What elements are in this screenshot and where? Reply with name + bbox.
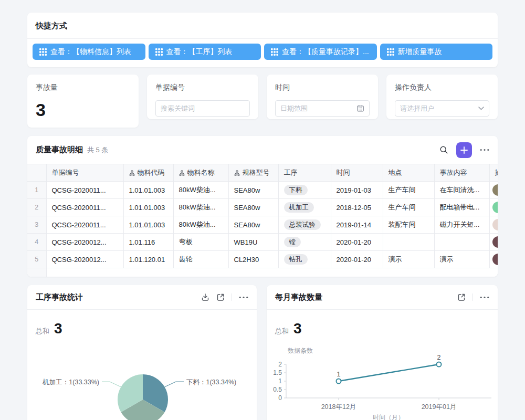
search-button[interactable]: [439, 145, 448, 154]
col-process: 工序: [278, 164, 331, 182]
quality-accident-detail-card: 质量事故明细 共 5 条 单据编号 物料代码 物料名称 规格型号: [27, 136, 498, 277]
pie-label-jijiagong: 机加工：1(33.33%): [42, 379, 99, 386]
record-count: 共 5 条: [87, 145, 108, 155]
divider: [472, 293, 473, 301]
process-tag: 镗: [284, 237, 301, 247]
operator-select-placeholder: 请选择用户: [400, 104, 475, 113]
line-chart[interactable]: 数据条数 2 1.5 1 0.5 0 1 2 2018年12月 2019年01月…: [267, 332, 498, 420]
process-tag: 下料: [284, 185, 308, 195]
x-tick-jan2019: 2019年01月: [422, 403, 457, 411]
col-material-code: 物料代码: [123, 164, 173, 182]
col-doc-no: 单据编号: [46, 164, 123, 182]
avatar: [492, 202, 498, 213]
more-button[interactable]: [480, 149, 489, 151]
plus-icon: [460, 146, 468, 154]
pie-sum-row: 总和 3: [27, 310, 257, 337]
table-card-header: 质量事故明细 共 5 条: [27, 136, 498, 164]
avatar: [492, 254, 498, 265]
col-row-number: [27, 164, 46, 182]
dashboard: { "shortcuts": { "title": "快捷方式", "butto…: [0, 0, 525, 420]
table-header-row: 单据编号 物料代码 物料名称 规格型号 工序 时间 地点 事故内容 操作负责人: [27, 164, 498, 182]
avatar: [492, 219, 498, 230]
relation-icon: [129, 170, 135, 176]
view-process-list-button[interactable]: 查看：【工序】列表: [149, 44, 261, 60]
table-row[interactable]: 3 QCSG-2020011... 1.01.01.003 80kW柴油... …: [27, 216, 498, 234]
relation-icon: [179, 170, 185, 176]
more-button[interactable]: [239, 296, 248, 299]
shortcuts-button-row: 查看：【物料信息】列表 查看：【工序】列表 查看：【质量事故记录】... 新增质…: [27, 39, 498, 65]
table-scroll-area[interactable]: 单据编号 物料代码 物料名称 规格型号 工序 时间 地点 事故内容 操作负责人 …: [27, 164, 498, 277]
sum-label: 总和: [275, 327, 289, 336]
table-title: 质量事故明细: [36, 145, 83, 155]
process-tag: 钻孔: [284, 254, 308, 265]
table-row[interactable]: 2 QCSG-2020011... 1.01.01.003 80kW柴油... …: [27, 199, 498, 216]
accident-count-label: 事故量: [36, 83, 130, 92]
avatar: [492, 236, 498, 248]
pie-card-title: 工序事故统计: [36, 292, 83, 302]
line-card-header: 每月事故数量: [267, 285, 498, 310]
table-row[interactable]: 1 QCSG-2020011... 1.01.01.003 80kW柴油... …: [27, 182, 498, 199]
shortcuts-title: 快捷方式: [36, 21, 489, 31]
grid-icon: [155, 48, 163, 56]
x-tick-dec2018: 2018年12月: [321, 403, 356, 411]
operator-select[interactable]: 请选择用户: [395, 100, 489, 117]
col-spec-model: 规格型号: [228, 164, 278, 182]
open-in-new-icon: [457, 293, 466, 301]
shortcuts-header: 快捷方式: [27, 13, 498, 39]
y-tick-1-5: 1.5: [273, 369, 282, 376]
col-content: 事故内容: [434, 164, 489, 182]
line-card-title: 每月事故数量: [275, 292, 322, 302]
button-label: 查看：【物料信息】列表: [50, 47, 131, 57]
table-row[interactable]: 4 QCSG-2020012... 1.01.116 弯板 WB19U 镗 20…: [27, 234, 498, 251]
process-tag: 机加工: [284, 202, 314, 213]
more-icon: [239, 296, 248, 299]
data-point-1[interactable]: [337, 379, 341, 384]
operator-filter-card: 操作负责人 请选择用户: [386, 75, 498, 119]
process-accident-stats-card: 工序事故统计 总和 3 下料：1(33.34%) 机加工：1(33.33%): [27, 285, 257, 420]
chevron-down-icon: [478, 107, 484, 110]
accident-count-card: 事故量 3: [27, 75, 139, 128]
add-record-button[interactable]: [456, 142, 472, 158]
pie-chart[interactable]: 下料：1(33.34%) 机加工：1(33.33%) 总装试验：1(33.33%…: [27, 337, 257, 420]
view-material-list-button[interactable]: 查看：【物料信息】列表: [33, 44, 145, 60]
time-filter-label: 时间: [275, 83, 370, 92]
button-label: 查看：【工序】列表: [166, 47, 233, 57]
quality-accident-table: 单据编号 物料代码 物料名称 规格型号 工序 时间 地点 事故内容 操作负责人 …: [27, 164, 498, 277]
sum-label: 总和: [36, 327, 49, 336]
button-label: 查看：【质量事故记录】...: [282, 47, 369, 57]
view-quality-accident-records-button[interactable]: 查看：【质量事故记录】...: [264, 44, 377, 60]
more-button[interactable]: [480, 296, 489, 299]
open-fullscreen-button[interactable]: [216, 293, 225, 301]
col-time: 时间: [331, 164, 383, 182]
doc-no-filter-label: 单据编号: [155, 83, 250, 92]
export-button[interactable]: [201, 293, 209, 301]
doc-no-search-input[interactable]: [161, 104, 245, 112]
shortcuts-card: 快捷方式 查看：【物料信息】列表 查看：【工序】列表 查看：【质量事故记录】..…: [27, 13, 498, 67]
avatar: [492, 184, 498, 196]
x-axis-title: 时间（月）: [373, 414, 404, 420]
date-range-box[interactable]: 日期范围: [275, 100, 370, 117]
open-fullscreen-button[interactable]: [457, 293, 466, 301]
open-in-new-icon: [216, 293, 225, 301]
pie-leader-xialiao: [165, 382, 184, 387]
sum-value: 3: [293, 320, 302, 337]
divider: [232, 293, 232, 301]
more-icon: [480, 296, 489, 299]
data-line: [339, 364, 439, 381]
add-quality-accident-button[interactable]: 新增质量事故: [380, 44, 493, 60]
sum-value: 3: [54, 320, 62, 337]
value-label-2: 2: [437, 354, 441, 361]
col-operator: 操作负责人: [489, 164, 498, 182]
search-icon: [439, 145, 448, 154]
y-axis-title: 数据条数: [288, 347, 313, 354]
date-range-placeholder: 日期范围: [280, 104, 353, 113]
table-row[interactable]: 5 QCSG-2020012... 1.01.120.01 齿轮 CL2H30 …: [27, 251, 498, 268]
y-tick-1: 1: [278, 377, 282, 385]
data-point-2[interactable]: [437, 362, 442, 367]
time-filter-card: 时间 日期范围: [267, 75, 378, 119]
more-icon: [480, 149, 489, 151]
grid-icon: [387, 48, 394, 56]
process-tag: 总装试验: [284, 219, 321, 230]
value-label-1: 1: [337, 371, 341, 378]
operator-filter-label: 操作负责人: [395, 83, 489, 92]
